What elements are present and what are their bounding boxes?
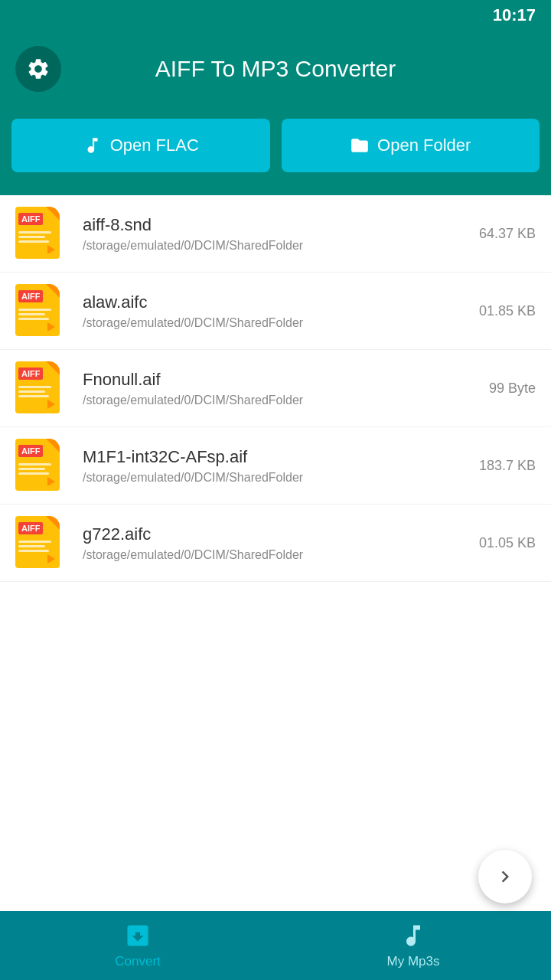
my-mp3s-nav-label: My Mp3s <box>387 954 440 969</box>
settings-button[interactable] <box>15 46 61 92</box>
file-icon: AIFF <box>15 207 69 260</box>
aiff-badge: AIFF <box>18 522 43 534</box>
nav-convert[interactable]: Convert <box>0 911 276 980</box>
gear-icon <box>26 57 51 81</box>
nav-my-mp3s[interactable]: My Mp3s <box>276 911 551 980</box>
list-item[interactable]: AIFF M1F1-int32C-AFsp.aif /storage/emula… <box>0 427 551 505</box>
next-fab-button[interactable] <box>478 850 532 903</box>
file-info: aiff-8.snd /storage/emulated/0/DCIM/Shar… <box>83 215 465 253</box>
header: AIFF To MP3 Converter <box>0 31 551 107</box>
file-info: M1F1-int32C-AFsp.aif /storage/emulated/0… <box>83 447 465 485</box>
aiff-badge: AIFF <box>18 368 43 380</box>
file-name: aiff-8.snd <box>83 215 465 235</box>
file-path: /storage/emulated/0/DCIM/SharedFolder <box>83 394 475 407</box>
file-name: alaw.aifc <box>83 292 465 312</box>
file-name: M1F1-int32C-AFsp.aif <box>83 447 465 467</box>
file-icon: AIFF <box>15 284 69 338</box>
file-size: 183.7 KB <box>479 458 536 474</box>
bottom-nav: Convert My Mp3s <box>0 911 551 980</box>
convert-nav-label: Convert <box>115 954 161 969</box>
file-list: AIFF aiff-8.snd /storage/emulated/0/DCIM… <box>0 195 551 850</box>
file-info: Fnonull.aif /storage/emulated/0/DCIM/Sha… <box>83 370 475 407</box>
file-name: g722.aifc <box>83 524 465 544</box>
file-icon: AIFF <box>15 361 69 415</box>
file-icon: AIFF <box>15 516 69 570</box>
aiff-badge: AIFF <box>18 213 43 225</box>
folder-icon <box>350 136 370 155</box>
status-bar: 10:17 <box>0 0 551 31</box>
list-item[interactable]: AIFF aiff-8.snd /storage/emulated/0/DCIM… <box>0 195 551 273</box>
file-path: /storage/emulated/0/DCIM/SharedFolder <box>83 316 465 330</box>
file-info: g722.aifc /storage/emulated/0/DCIM/Share… <box>83 524 465 562</box>
my-mp3s-icon <box>399 922 427 949</box>
file-path: /storage/emulated/0/DCIM/SharedFolder <box>83 471 465 485</box>
open-folder-button[interactable]: Open Folder <box>282 119 540 172</box>
list-item[interactable]: AIFF Fnonull.aif /storage/emulated/0/DCI… <box>0 350 551 427</box>
page-title: AIFF To MP3 Converter <box>77 56 536 82</box>
list-item[interactable]: AIFF g722.aifc /storage/emulated/0/DCIM/… <box>0 505 551 582</box>
file-name: Fnonull.aif <box>83 370 475 390</box>
status-time: 10:17 <box>493 5 536 25</box>
music-icon <box>83 136 103 155</box>
convert-icon <box>124 922 152 949</box>
aiff-badge: AIFF <box>18 445 43 457</box>
aiff-badge: AIFF <box>18 290 43 302</box>
file-size: 01.05 KB <box>479 535 536 551</box>
file-size: 99 Byte <box>489 381 536 397</box>
file-path: /storage/emulated/0/DCIM/SharedFolder <box>83 548 465 562</box>
file-size: 64.37 KB <box>479 226 536 242</box>
arrow-right-icon <box>494 865 517 888</box>
open-folder-label: Open Folder <box>377 136 471 155</box>
toolbar: Open FLAC Open Folder <box>0 107 551 195</box>
open-flac-button[interactable]: Open FLAC <box>11 119 270 172</box>
open-flac-label: Open FLAC <box>110 136 199 155</box>
file-icon: AIFF <box>15 439 69 492</box>
file-path: /storage/emulated/0/DCIM/SharedFolder <box>83 239 465 253</box>
file-size: 01.85 KB <box>479 303 536 319</box>
fab-container <box>0 850 551 911</box>
list-item[interactable]: AIFF alaw.aifc /storage/emulated/0/DCIM/… <box>0 273 551 350</box>
file-info: alaw.aifc /storage/emulated/0/DCIM/Share… <box>83 292 465 330</box>
